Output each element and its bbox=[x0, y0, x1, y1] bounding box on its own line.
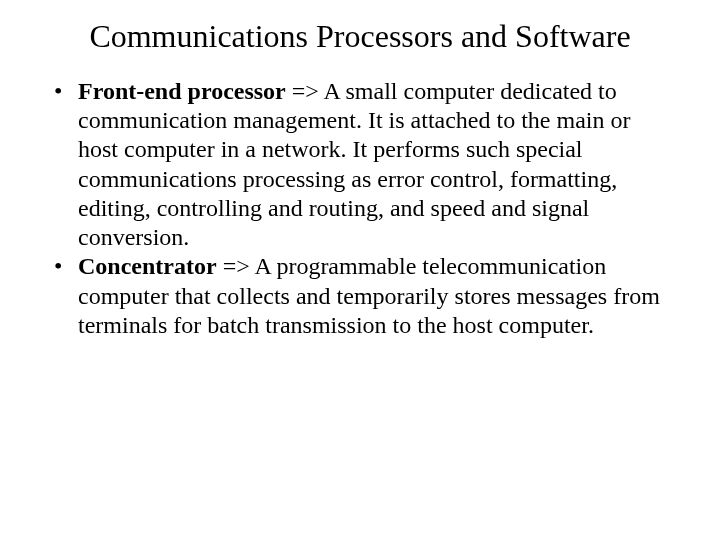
arrow: => bbox=[286, 78, 324, 104]
page-title: Communications Processors and Software bbox=[40, 18, 680, 55]
term: Concentrator bbox=[78, 253, 217, 279]
arrow: => bbox=[217, 253, 255, 279]
list-item: Concentrator => A programmable telecommu… bbox=[50, 252, 670, 340]
list-item: Front-end processor => A small computer … bbox=[50, 77, 670, 253]
slide: Communications Processors and Software F… bbox=[0, 0, 720, 540]
term: Front-end processor bbox=[78, 78, 286, 104]
bullet-list: Front-end processor => A small computer … bbox=[40, 77, 680, 340]
